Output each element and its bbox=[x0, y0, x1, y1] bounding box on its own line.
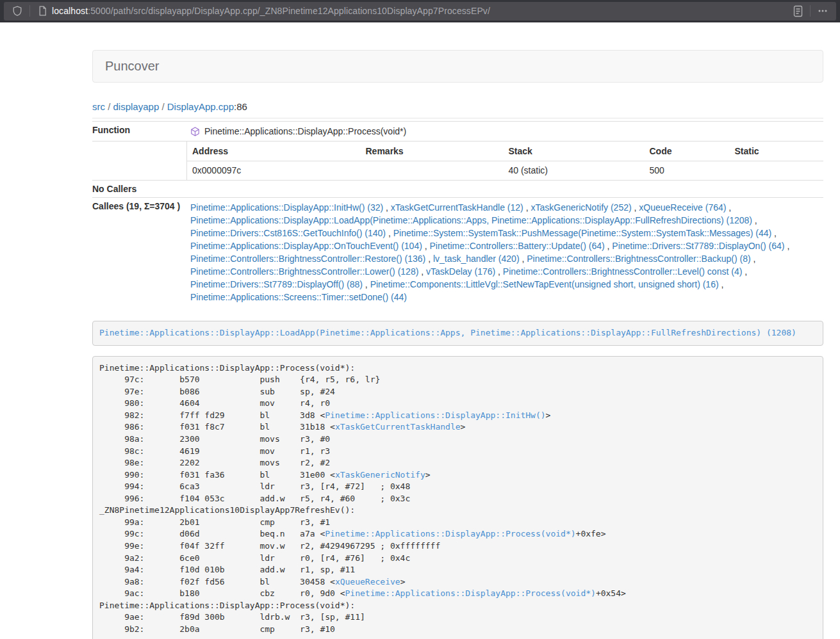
column-stack: Stack bbox=[504, 142, 645, 161]
function-name: Pinetime::Applications::DisplayApp::Proc… bbox=[204, 126, 406, 136]
app-header: Puncover bbox=[92, 50, 823, 83]
callee-link[interactable]: vTaskDelay (176) bbox=[426, 266, 495, 277]
callee-link[interactable]: Pinetime::Applications::DisplayApp::Load… bbox=[190, 215, 752, 225]
callee-link[interactable]: Pinetime::Controllers::BrightnessControl… bbox=[503, 266, 742, 277]
stack-value: 40 (static) bbox=[504, 161, 645, 180]
toolbar-divider bbox=[810, 5, 811, 17]
asm-symbol-link[interactable]: Pinetime::Applications::DisplayApp::Init… bbox=[325, 410, 545, 420]
browser-toolbar: localhost:5000/path/src/displayapp/Displ… bbox=[0, 0, 840, 22]
column-remarks: Remarks bbox=[361, 142, 504, 161]
page-actions-menu-icon[interactable] bbox=[816, 4, 830, 18]
url-bar[interactable]: localhost:5000/path/src/displayapp/Displ… bbox=[4, 2, 836, 20]
callee-link[interactable]: xTaskGenericNotify (252) bbox=[531, 202, 631, 213]
remarks-value bbox=[361, 161, 504, 180]
stats-header-row: Address Remarks Stack Code Static bbox=[187, 142, 824, 161]
symbol-cube-icon bbox=[190, 127, 200, 136]
breadcrumb-link[interactable]: DisplayApp.cpp bbox=[167, 101, 234, 112]
callee-link[interactable]: Pinetime::Controllers::BrightnessControl… bbox=[527, 254, 750, 264]
breadcrumb-link[interactable]: src bbox=[92, 101, 105, 112]
column-address: Address bbox=[187, 142, 361, 161]
page-info-icon[interactable] bbox=[35, 4, 49, 18]
function-row: Function Pinetime::Applications::Display… bbox=[92, 122, 823, 142]
toolbar-divider bbox=[29, 5, 30, 17]
asm-symbol-link[interactable]: xTaskGenericNotify bbox=[335, 470, 425, 480]
breadcrumb-line-number: :86 bbox=[234, 101, 247, 112]
highlighted-callee: Pinetime::Applications::DisplayApp::Load… bbox=[92, 321, 823, 346]
callee-link[interactable]: Pinetime::Drivers::Cst816S::GetTouchInfo… bbox=[190, 228, 386, 238]
callee-link[interactable]: Pinetime::Applications::DisplayApp::OnTo… bbox=[190, 241, 422, 251]
callee-link[interactable]: Pinetime::Controllers::Battery::Update()… bbox=[430, 241, 605, 251]
callee-link[interactable]: Pinetime::Drivers::St7789::DisplayOff() … bbox=[190, 279, 363, 289]
url-path: :5000/path/src/displayapp/DisplayApp.cpp… bbox=[88, 6, 490, 16]
asm-symbol-link[interactable]: Pinetime::Applications::DisplayApp::Proc… bbox=[325, 529, 575, 538]
address-value: 0x0000097c bbox=[187, 161, 361, 180]
app-title[interactable]: Puncover bbox=[105, 59, 160, 73]
asm-symbol-link[interactable]: Pinetime::Applications::DisplayApp::Proc… bbox=[345, 588, 596, 598]
callee-link[interactable]: Pinetime::Controllers::BrightnessControl… bbox=[190, 266, 418, 277]
callee-link[interactable]: xTaskGetCurrentTaskHandle (12) bbox=[391, 202, 523, 213]
loadapp-symbol-link[interactable]: Pinetime::Applications::DisplayApp::Load… bbox=[99, 328, 796, 337]
callee-link[interactable]: Pinetime::Controllers::BrightnessControl… bbox=[190, 254, 425, 264]
callee-link[interactable]: Pinetime::System::SystemTask::PushMessag… bbox=[393, 228, 772, 238]
column-code: Code bbox=[645, 142, 730, 161]
static-value bbox=[730, 161, 824, 180]
divider bbox=[92, 118, 823, 118]
callee-link[interactable]: lv_task_handler (420) bbox=[433, 254, 520, 264]
callees-list: Pinetime::Applications::DisplayApp::Init… bbox=[186, 198, 823, 307]
stats-row: Address Remarks Stack Code Static 0x0000… bbox=[92, 142, 823, 181]
stats-table: Address Remarks Stack Code Static 0x0000… bbox=[186, 142, 823, 180]
asm-symbol-link[interactable]: xTaskGetCurrentTaskHandle bbox=[335, 422, 461, 432]
function-table: Function Pinetime::Applications::Display… bbox=[92, 121, 823, 307]
breadcrumb-link[interactable]: displayapp bbox=[113, 101, 160, 112]
disassembly: Pinetime::Applications::DisplayApp::Proc… bbox=[92, 356, 823, 639]
no-callers-label: No Callers bbox=[92, 181, 186, 198]
breadcrumb: src / displayapp / DisplayApp.cpp:86 bbox=[92, 101, 823, 112]
callees-row: Callees (19, Σ=3704 ) Pinetime::Applicat… bbox=[92, 198, 823, 307]
callee-link[interactable]: Pinetime::Drivers::St7789::DisplayOn() (… bbox=[612, 241, 784, 251]
code-value: 500 bbox=[645, 161, 730, 180]
url-text[interactable]: localhost:5000/path/src/displayapp/Displ… bbox=[52, 6, 791, 16]
stats-value-row: 0x0000097c 40 (static) 500 bbox=[187, 161, 824, 180]
function-label: Function bbox=[92, 122, 186, 142]
no-callers-row: No Callers bbox=[92, 181, 823, 198]
asm-symbol-link[interactable]: xQueueReceive bbox=[335, 577, 400, 586]
callee-link[interactable]: Pinetime::Applications::Screens::Timer::… bbox=[190, 292, 407, 302]
page-content: Puncover src / displayapp / DisplayApp.c… bbox=[92, 50, 823, 639]
callee-link[interactable]: Pinetime::Applications::DisplayApp::Init… bbox=[190, 202, 383, 213]
tracking-protection-shield-icon[interactable] bbox=[10, 4, 24, 18]
callee-link[interactable]: xQueueReceive (764) bbox=[639, 202, 726, 213]
callee-link[interactable]: Pinetime::Components::LittleVgl::SetNewT… bbox=[370, 279, 719, 289]
reader-mode-icon[interactable] bbox=[791, 4, 805, 18]
url-host: localhost bbox=[52, 6, 88, 16]
callees-label: Callees (19, Σ=3704 ) bbox=[92, 198, 186, 307]
column-static: Static bbox=[730, 142, 824, 161]
